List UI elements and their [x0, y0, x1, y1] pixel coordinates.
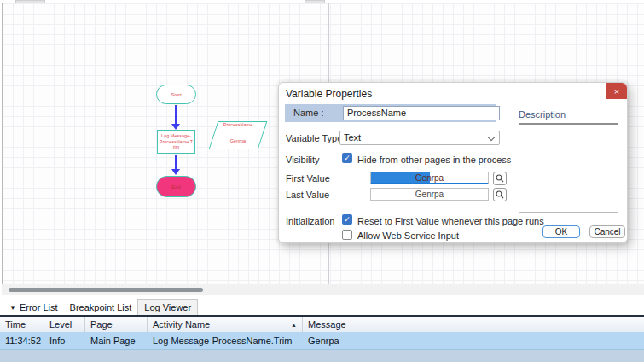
log-table-empty-area [0, 350, 644, 362]
column-header-message[interactable]: Message [303, 317, 644, 332]
last-value-label: Last Value [286, 190, 329, 200]
first-value-label: First Value [286, 173, 330, 184]
variable-type-value: Text [344, 132, 361, 143]
description-label: Description [519, 109, 566, 120]
magnifier-icon [496, 174, 504, 183]
data-item-name: ProcessName [212, 122, 264, 127]
cancel-button[interactable]: Cancel [589, 225, 625, 238]
tab-breakpoint-list-label: Breakpoint List [70, 302, 132, 312]
log-cell-level: Info [44, 332, 85, 349]
start-stage[interactable]: Start [156, 85, 196, 104]
column-header-page[interactable]: Page [85, 317, 148, 332]
chevron-down-icon [488, 134, 495, 141]
page-tab-notch [305, 0, 325, 3]
scrollbar-thumb[interactable] [9, 288, 203, 292]
canvas-horizontal-scrollbar[interactable] [2, 284, 644, 295]
initialization-label: Initialization [286, 216, 334, 226]
collapse-icon: ▼ [9, 304, 16, 312]
description-textarea[interactable] [519, 123, 618, 213]
last-value-input[interactable]: Genrpa [370, 188, 489, 201]
tab-error-list-label: Error List [20, 302, 58, 312]
page-tab-notch [15, 0, 45, 3]
variable-properties-dialog: Variable Properties × Name : ProcessName… [278, 82, 628, 243]
first-value-expression-icon[interactable] [493, 172, 507, 185]
name-input[interactable]: ProcessName [343, 106, 500, 120]
tab-log-viewer-label: Log Viewer [144, 302, 191, 312]
flow-connector [175, 155, 177, 170]
magnifier-icon [496, 190, 504, 199]
dialog-title: Variable Properties [286, 88, 372, 100]
hide-from-pages-label: Hide from other pages in the process [357, 155, 511, 165]
first-value-text: Genrpa [415, 173, 444, 183]
flow-arrowhead-icon [171, 169, 180, 175]
log-cell-time: 11:34:52 [0, 332, 44, 349]
end-stage[interactable]: End [156, 176, 196, 197]
column-header-activity-label: Activity Name [153, 319, 210, 330]
variable-type-label: Variable Type [286, 133, 342, 143]
log-table-header: Time Level Page Activity Name ▲ Message [0, 315, 644, 332]
column-header-level[interactable]: Level [44, 317, 85, 332]
reset-first-value-checkbox[interactable]: ✓ [342, 214, 352, 225]
log-cell-activity: Log Message-ProcessName.Trim [148, 332, 303, 349]
flow-connector [175, 105, 177, 125]
log-panel-tabs: ▼ Error List Breakpoint List Log Viewer [3, 299, 198, 315]
column-header-activity-name[interactable]: Activity Name ▲ [148, 317, 303, 332]
last-value-text: Genrpa [415, 190, 444, 199]
web-service-input-label: Allow Web Service Input [357, 231, 459, 241]
log-row-selected[interactable]: 11:34:52 Info Main Page Log Message-Proc… [0, 332, 644, 350]
variable-type-select[interactable]: Text [339, 131, 500, 145]
tab-error-list[interactable]: ▼ Error List [3, 301, 64, 315]
data-item-value: Genrpa [212, 138, 264, 143]
web-service-input-checkbox[interactable] [342, 230, 352, 240]
name-label: Name : [293, 108, 323, 118]
tab-log-viewer[interactable]: Log Viewer [137, 299, 198, 315]
first-value-input[interactable]: Genrpa [370, 172, 489, 184]
log-viewer-table: Time Level Page Activity Name ▲ Message … [0, 315, 644, 362]
ok-button[interactable]: OK [542, 225, 580, 238]
log-cell-message: Genrpa [303, 332, 644, 349]
hide-from-pages-checkbox[interactable]: ✓ [342, 153, 352, 163]
flow-arrowhead-icon [171, 124, 180, 130]
process-studio-window: Start Log Message-ProcessName.Trim End P… [0, 0, 644, 362]
visibility-label: Visibility [286, 155, 320, 165]
column-header-time[interactable]: Time [0, 317, 44, 332]
sort-ascending-icon: ▲ [291, 322, 297, 328]
log-message-stage[interactable]: Log Message-ProcessName.Trim [157, 130, 195, 154]
reset-first-value-label: Reset to First Value whenever this page … [357, 216, 544, 226]
last-value-expression-icon[interactable] [493, 188, 507, 201]
log-cell-page: Main Page [85, 332, 148, 349]
tab-breakpoint-list[interactable]: Breakpoint List [64, 301, 138, 315]
name-row: Name : ProcessName [285, 104, 496, 122]
close-icon[interactable]: × [606, 83, 627, 99]
